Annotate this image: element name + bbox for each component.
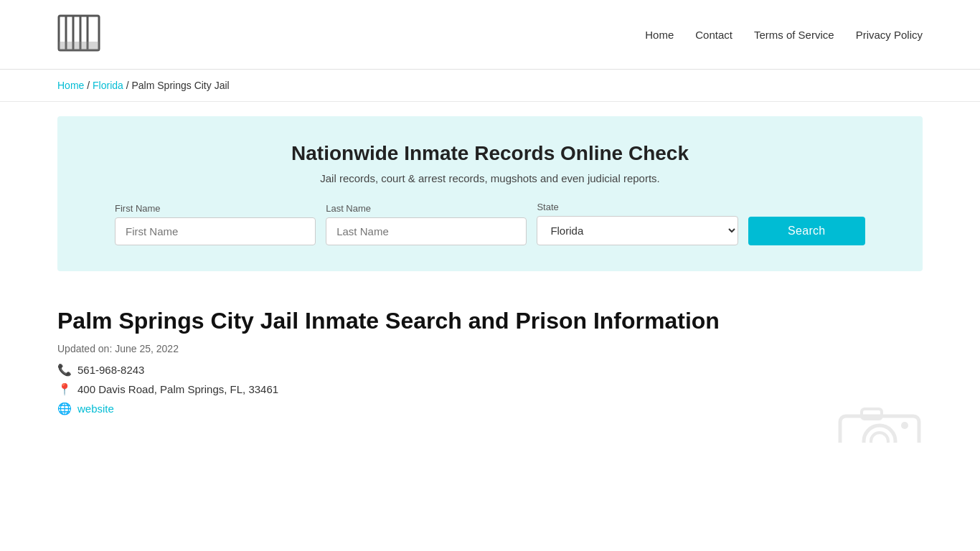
state-select[interactable]: Florida [537,216,738,245]
search-btn-wrapper: Search [748,217,865,245]
breadcrumb-sep2: / [126,80,132,91]
page-title: Palm Springs City Jail Inmate Search and… [57,307,923,334]
phone-row: 📞 561-968-8243 [57,363,923,377]
main-content: Palm Springs City Jail Inmate Search and… [0,286,980,443]
banner-title: Nationwide Inmate Records Online Check [115,142,865,165]
search-button[interactable]: Search [748,217,865,245]
search-form: First Name Last Name State Florida Searc… [115,202,865,245]
globe-icon: 🌐 [57,402,72,415]
camera-placeholder [837,398,923,443]
logo[interactable] [57,13,100,56]
camera-icon [837,398,923,443]
address: 400 Davis Road, Palm Springs, FL, 33461 [77,383,278,395]
state-group: State Florida [537,202,738,245]
logo-icon [57,13,100,56]
first-name-label: First Name [115,203,316,214]
nav-contact[interactable]: Contact [695,29,732,41]
last-name-input[interactable] [326,217,527,245]
nav-privacy[interactable]: Privacy Policy [856,29,923,41]
location-icon: 📍 [57,382,72,396]
main-nav: Home Contact Terms of Service Privacy Po… [645,29,923,41]
breadcrumb-state[interactable]: Florida [93,80,123,91]
site-header: Home Contact Terms of Service Privacy Po… [0,0,980,70]
breadcrumb-sep1: / [87,80,93,91]
breadcrumb-current: Palm Springs City Jail [132,80,230,91]
website-link[interactable]: website [77,402,114,415]
svg-rect-5 [59,42,99,50]
address-row: 📍 400 Davis Road, Palm Springs, FL, 3346… [57,382,923,396]
last-name-label: Last Name [326,203,527,214]
last-name-group: Last Name [326,203,527,245]
first-name-group: First Name [115,203,316,245]
first-name-input[interactable] [115,217,316,245]
phone-number: 561-968-8243 [77,364,144,376]
svg-point-10 [901,422,908,429]
website-row: 🌐 website [57,402,923,415]
content-area: Palm Springs City Jail Inmate Search and… [57,307,923,415]
nav-terms[interactable]: Terms of Service [754,29,834,41]
banner-subtitle: Jail records, court & arrest records, mu… [115,172,865,184]
updated-date: Updated on: June 25, 2022 [57,343,923,354]
svg-point-8 [871,433,888,443]
breadcrumb-home[interactable]: Home [57,80,84,91]
state-label: State [537,202,738,212]
nav-home[interactable]: Home [645,29,674,41]
phone-icon: 📞 [57,363,72,377]
breadcrumb: Home / Florida / Palm Springs City Jail [0,70,980,102]
search-banner: Nationwide Inmate Records Online Check J… [57,116,923,271]
